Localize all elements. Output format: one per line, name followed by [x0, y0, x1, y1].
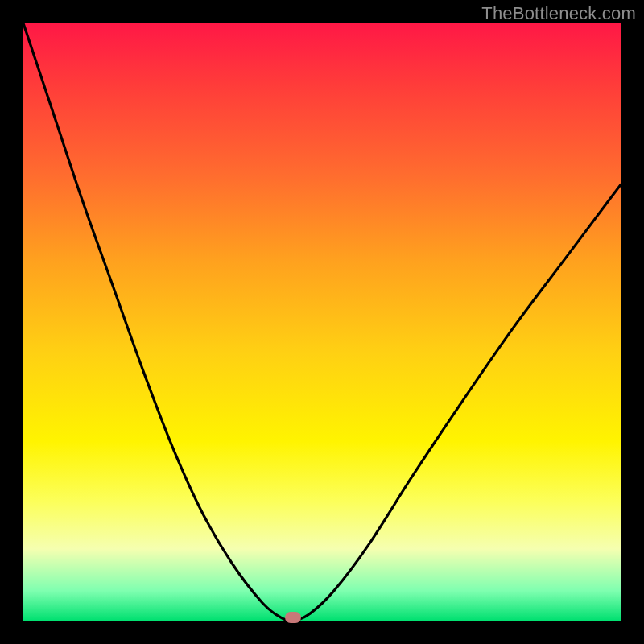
- minimum-marker: [285, 612, 301, 623]
- chart-frame: TheBottleneck.com: [0, 0, 644, 644]
- watermark-text: TheBottleneck.com: [481, 3, 636, 24]
- plot-area: [23, 23, 621, 621]
